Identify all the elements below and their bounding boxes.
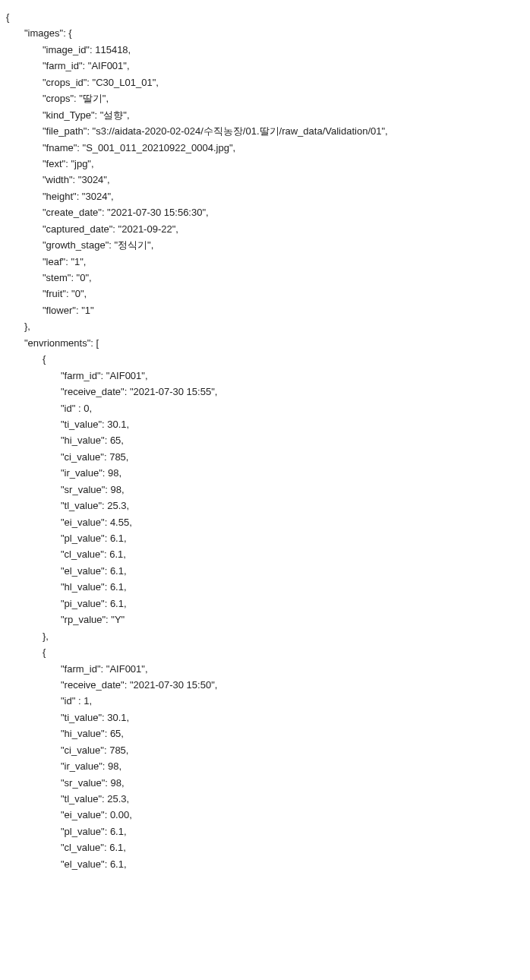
json-line: "width": "3024", <box>6 172 524 188</box>
json-line: "growth_stage": "정식기", <box>6 237 524 253</box>
json-line: "fname": "S_001_011_20210922_0004.jpg", <box>6 140 524 156</box>
json-line: "envrionments": [ <box>6 335 524 351</box>
json-line: "sr_value": 98, <box>6 482 524 498</box>
json-line: "fruit": "0", <box>6 286 524 302</box>
json-line: "ei_value": 0.00, <box>6 807 524 823</box>
json-line: "pl_value": 6.1, <box>6 530 524 546</box>
json-line: "ci_value": 785, <box>6 449 524 465</box>
json-line: "cl_value": 6.1, <box>6 546 524 562</box>
json-line: "pl_value": 6.1, <box>6 824 524 839</box>
json-line: "hi_value": 65, <box>6 432 524 448</box>
json-line: "ti_value": 30.1, <box>6 416 524 432</box>
json-line: "flower": "1" <box>6 302 524 318</box>
json-line: "farm_id": "AIF001", <box>6 368 524 384</box>
json-line: "height": "3024", <box>6 188 524 204</box>
json-line: "file_path": "s3://aidata-2020-02-024/수직… <box>6 123 524 139</box>
json-document: { "images": { "image_id": 115418, "farm_… <box>0 0 530 881</box>
json-line: "ir_value": 98, <box>6 465 524 481</box>
json-line: "receive_date": "2021-07-30 15:50", <box>6 677 524 693</box>
json-line: "pi_value": 6.1, <box>6 596 524 612</box>
json-line: "receive_date": "2021-07-30 15:55", <box>6 384 524 400</box>
json-line: "rp_value": "Y" <box>6 612 524 628</box>
json-line: "images": { <box>6 25 524 41</box>
json-line: "hi_value": 65, <box>6 726 524 741</box>
json-line: "crops_id": "C30_L01_01", <box>6 74 524 90</box>
json-line: "ei_value": 4.55, <box>6 514 524 530</box>
json-line: "captured_date": "2021-09-22", <box>6 221 524 237</box>
json-line: "ti_value": 30.1, <box>6 710 524 726</box>
json-line: "tl_value": 25.3, <box>6 498 524 514</box>
json-line: "sr_value": 98, <box>6 775 524 791</box>
json-line: "ci_value": 785, <box>6 742 524 758</box>
json-line: "kind_Type": "설향", <box>6 107 524 123</box>
json-line: "create_date": "2021-07-30 15:56:30", <box>6 204 524 220</box>
json-line: }, <box>6 628 524 644</box>
json-line: "farm_id": "AIF001", <box>6 58 524 74</box>
json-line: "tl_value": 25.3, <box>6 791 524 807</box>
json-line: "fext": "jpg", <box>6 156 524 172</box>
json-line: "id" : 1, <box>6 693 524 709</box>
json-line: { <box>6 644 524 660</box>
json-line: "crops": "딸기", <box>6 90 524 106</box>
json-line: "image_id": 115418, <box>6 42 524 58</box>
json-line: "cl_value": 6.1, <box>6 839 524 855</box>
json-line: "el_value": 6.1, <box>6 856 524 872</box>
json-line: { <box>6 351 524 367</box>
json-line: "farm_id": "AIF001", <box>6 661 524 677</box>
json-line: }, <box>6 318 524 334</box>
json-line: "ir_value": 98, <box>6 758 524 774</box>
json-line: { <box>6 9 524 25</box>
json-line: "leaf": "1", <box>6 254 524 270</box>
json-line: "el_value": 6.1, <box>6 563 524 579</box>
json-line: "id" : 0, <box>6 400 524 416</box>
json-line: "stem": "0", <box>6 270 524 286</box>
json-line: "hl_value": 6.1, <box>6 579 524 595</box>
